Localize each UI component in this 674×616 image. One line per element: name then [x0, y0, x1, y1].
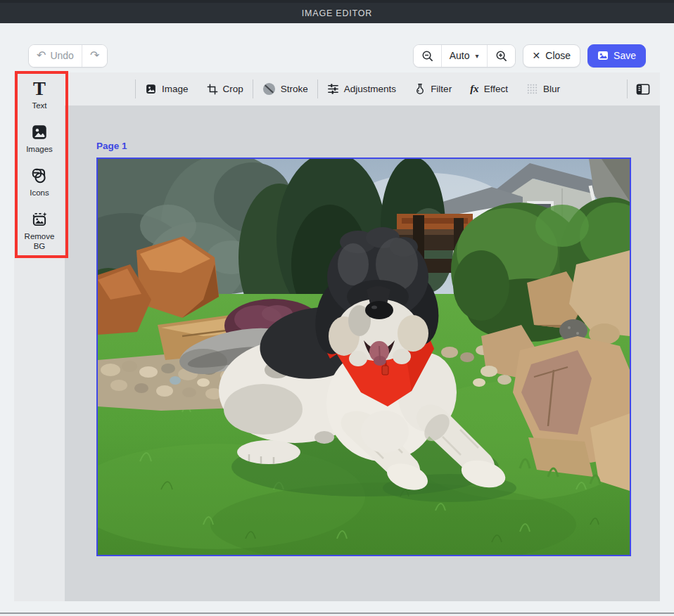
icons-tool-icon — [30, 167, 49, 185]
toggle-side-panel-button[interactable] — [628, 83, 660, 96]
blur-icon — [526, 83, 538, 95]
undo-button[interactable]: ↶ Undo — [29, 45, 82, 67]
format-item-label: Stroke — [281, 84, 308, 94]
sidebar-item-icons[interactable]: Icons — [14, 167, 65, 198]
close-label: Close — [545, 50, 571, 61]
adjustments-icon — [327, 83, 339, 95]
zoom-button-group: Auto ▾ — [413, 44, 516, 68]
zoom-level-value: Auto — [450, 50, 470, 61]
images-tool-icon — [30, 123, 49, 141]
format-item-label: Crop — [223, 84, 243, 94]
format-item-label: Effect — [484, 84, 508, 94]
stroke-none-icon — [262, 82, 276, 96]
image-editor-window: IMAGE EDITOR ↶ Undo ↷ — [0, 0, 674, 616]
history-button-group: ↶ Undo ↷ — [28, 44, 108, 68]
sidebar-item-images[interactable]: Images — [14, 123, 65, 154]
page-label[interactable]: Page 1 — [96, 141, 127, 151]
photo-dog-in-yard — [98, 159, 630, 555]
save-image-icon — [597, 50, 609, 61]
format-item-image[interactable]: Image — [136, 83, 198, 95]
window-title: IMAGE EDITOR — [302, 8, 372, 18]
window-bottom-edge — [0, 612, 674, 614]
zoom-in-button[interactable] — [487, 45, 515, 67]
redo-button[interactable]: ↷ — [82, 45, 107, 67]
format-item-crop[interactable]: Crop — [198, 84, 253, 95]
undo-label: Undo — [50, 50, 73, 61]
sidebar-item-label: Images — [20, 144, 59, 154]
undo-icon: ↶ — [37, 50, 46, 61]
format-item-blur[interactable]: Blur — [517, 83, 569, 95]
main-toolbar: ↶ Undo ↷ Auto ▾ — [28, 44, 646, 68]
canvas-area[interactable]: Page 1 — [65, 105, 660, 601]
format-bar: Image Crop Stroke — [65, 72, 660, 105]
zoom-in-icon — [495, 50, 507, 62]
zoom-level-select[interactable]: Auto ▾ — [441, 45, 487, 67]
format-item-label: Adjustments — [344, 84, 396, 94]
zoom-out-icon — [421, 50, 433, 62]
format-item-label: Image — [162, 84, 189, 94]
save-label: Save — [613, 50, 636, 61]
effect-fx-icon: fx — [470, 83, 479, 95]
format-item-adjustments[interactable]: Adjustments — [318, 83, 405, 95]
save-button[interactable]: Save — [587, 44, 646, 68]
zoom-out-button[interactable] — [414, 45, 441, 67]
format-item-filter[interactable]: Filter — [405, 83, 461, 95]
selected-image-object[interactable] — [96, 158, 631, 556]
close-icon: ✕ — [533, 50, 541, 61]
close-button[interactable]: ✕ Close — [523, 44, 581, 68]
sidebar-item-text[interactable]: T Text — [14, 79, 65, 110]
side-panel-icon — [636, 83, 650, 96]
crop-icon — [207, 84, 218, 95]
format-item-label: Blur — [543, 84, 560, 94]
sidebar-item-label: Text — [20, 101, 59, 110]
format-item-label: Filter — [431, 84, 452, 94]
format-item-stroke[interactable]: Stroke — [253, 82, 317, 96]
text-tool-icon: T — [33, 79, 46, 98]
format-item-effect[interactable]: fx Effect — [461, 83, 517, 95]
redo-icon: ↷ — [90, 50, 99, 61]
chevron-down-icon: ▾ — [476, 52, 479, 60]
sidebar-item-label: Icons — [20, 188, 59, 198]
window-titlebar: IMAGE EDITOR — [0, 0, 674, 23]
remove-bg-tool-icon — [30, 210, 49, 229]
sidebar-item-label: Remove BG — [20, 231, 59, 252]
filter-flask-icon — [414, 83, 426, 95]
image-icon — [145, 83, 157, 95]
sidebar-item-remove-bg[interactable]: Remove BG — [14, 210, 65, 252]
toolbar-right-controls: Auto ▾ ✕ Close — [413, 44, 646, 68]
tools-sidebar: T Text Images Icons — [14, 72, 65, 601]
